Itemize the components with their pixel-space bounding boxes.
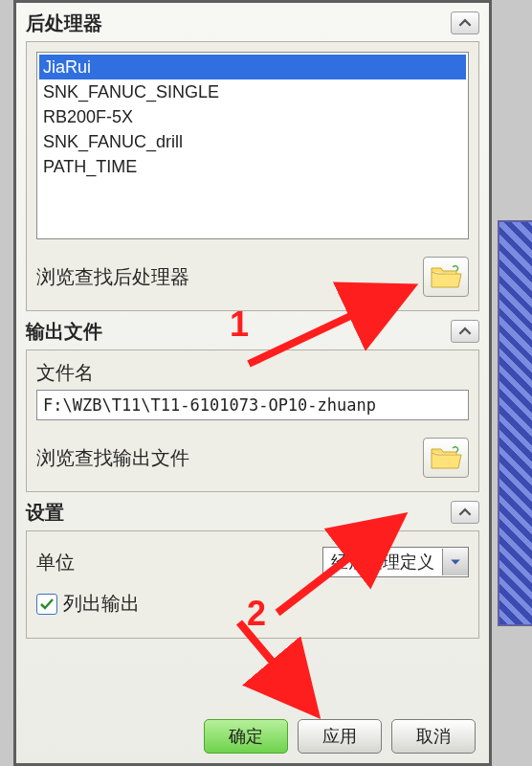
browse-postprocessor-button[interactable] (423, 257, 469, 297)
list-output-checkbox[interactable] (36, 594, 57, 615)
cancel-button-label: 取消 (416, 725, 451, 748)
chevron-up-icon (458, 16, 472, 30)
postprocess-dialog: 后处理器 JiaRuiSNK_FANUC_SINGLERB200F-5XSNK_… (13, 0, 492, 766)
postprocessor-item[interactable]: RB200F-5X (39, 104, 466, 129)
apply-button[interactable]: 应用 (298, 719, 382, 754)
section-title-output: 输出文件 (26, 319, 102, 345)
panel-postprocessor: JiaRuiSNK_FANUC_SINGLERB200F-5XSNK_FANUC… (26, 41, 479, 311)
section-header-settings: 设置 (26, 496, 479, 529)
browse-output-label: 浏览查找输出文件 (36, 445, 189, 471)
file-name-label: 文件名 (36, 360, 469, 386)
postprocessor-list[interactable]: JiaRuiSNK_FANUC_SINGLERB200F-5XSNK_FANUC… (36, 52, 469, 239)
unit-dropdown[interactable]: 经后处理定义 (322, 547, 469, 577)
folder-open-icon (430, 264, 462, 289)
postprocessor-item[interactable]: SNK_FANUC_drill (39, 129, 466, 154)
section-header-postprocessor: 后处理器 (26, 7, 479, 39)
apply-button-label: 应用 (322, 725, 357, 748)
file-name-input[interactable] (36, 390, 469, 420)
panel-settings: 单位 经后处理定义 列出输出 (26, 530, 479, 639)
browse-output-button[interactable] (423, 438, 469, 478)
collapse-button-output[interactable] (451, 320, 479, 343)
folder-open-icon (430, 445, 462, 470)
section-header-output: 输出文件 (26, 315, 479, 348)
chevron-up-icon (458, 506, 472, 519)
unit-label: 单位 (36, 550, 75, 575)
background-decoration (498, 220, 532, 626)
dropdown-toggle[interactable] (442, 549, 468, 575)
dialog-button-bar: 确定 应用 取消 (204, 719, 476, 754)
ok-button[interactable]: 确定 (204, 719, 288, 754)
unit-dropdown-value: 经后处理定义 (323, 551, 442, 574)
collapse-button-postprocessor[interactable] (451, 11, 479, 34)
browse-postprocessor-label: 浏览查找后处理器 (36, 264, 189, 290)
panel-output: 文件名 浏览查找输出文件 (26, 349, 479, 492)
chevron-up-icon (458, 325, 472, 338)
ok-button-label: 确定 (229, 725, 263, 748)
collapse-button-settings[interactable] (451, 501, 479, 524)
section-title-postprocessor: 后处理器 (26, 11, 102, 36)
section-title-settings: 设置 (26, 500, 64, 526)
list-output-label: 列出输出 (63, 591, 140, 617)
postprocessor-item[interactable]: SNK_FANUC_SINGLE (39, 79, 466, 104)
chevron-down-icon (450, 556, 461, 568)
postprocessor-item[interactable]: PATH_TIME (39, 154, 466, 179)
check-icon (39, 597, 55, 612)
postprocessor-item[interactable]: JiaRui (39, 55, 466, 79)
cancel-button[interactable]: 取消 (391, 719, 476, 754)
